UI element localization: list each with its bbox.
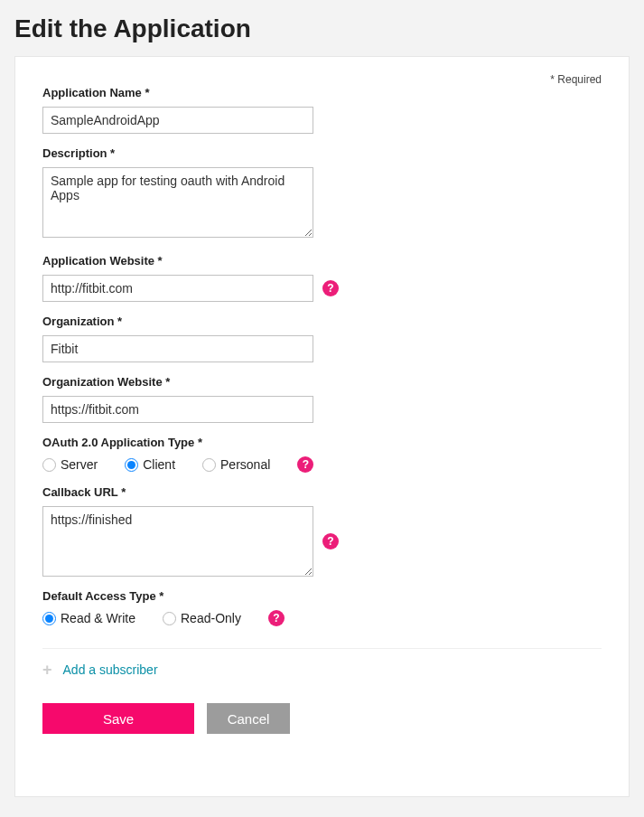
- radio-item-client[interactable]: Client: [125, 457, 175, 472]
- add-subscriber-link[interactable]: Add a subscriber: [63, 662, 158, 677]
- field-description: Description * Sample app for testing oau…: [42, 146, 602, 241]
- input-organization[interactable]: [42, 335, 313, 362]
- label-organization-website: Organization Website *: [42, 375, 602, 389]
- input-application-name[interactable]: [42, 107, 313, 134]
- label-organization: Organization *: [42, 315, 602, 328]
- radio-item-server[interactable]: Server: [42, 457, 98, 472]
- help-icon[interactable]: ?: [268, 610, 285, 626]
- radio-label-ro: Read-Only: [181, 611, 241, 625]
- save-button[interactable]: Save: [42, 703, 194, 734]
- radio-read-write[interactable]: [42, 612, 56, 625]
- field-application-website: Application Website * ?: [42, 254, 602, 302]
- required-note: * Required: [550, 73, 602, 86]
- radio-label-server: Server: [61, 457, 98, 472]
- field-callback-url: Callback URL * https://finished ?: [42, 485, 602, 577]
- cancel-button[interactable]: Cancel: [207, 703, 290, 734]
- radio-read-only[interactable]: [163, 612, 176, 625]
- form-card: * Required Application Name * Descriptio…: [14, 56, 630, 797]
- radio-item-personal[interactable]: Personal: [202, 457, 270, 472]
- field-access-type: Default Access Type * Read & Write Read-…: [42, 589, 602, 626]
- label-application-website: Application Website *: [42, 254, 602, 268]
- input-description[interactable]: Sample app for testing oauth with Androi…: [42, 167, 313, 238]
- input-organization-website[interactable]: [42, 396, 313, 423]
- plus-icon: +: [42, 662, 52, 678]
- help-icon[interactable]: ?: [322, 280, 339, 296]
- field-oauth-type: OAuth 2.0 Application Type * Server Clie…: [42, 436, 602, 473]
- input-callback-url[interactable]: https://finished: [42, 506, 313, 577]
- radio-label-client: Client: [143, 457, 175, 472]
- help-icon[interactable]: ?: [322, 533, 339, 549]
- page-title: Edit the Application: [14, 14, 630, 43]
- radio-label-personal: Personal: [220, 457, 270, 472]
- label-access-type: Default Access Type *: [42, 589, 602, 603]
- field-application-name: Application Name *: [42, 86, 602, 134]
- field-organization-website: Organization Website *: [42, 375, 602, 423]
- radio-item-rw[interactable]: Read & Write: [42, 611, 135, 625]
- button-row: Save Cancel: [42, 703, 602, 734]
- field-organization: Organization *: [42, 315, 602, 362]
- radio-server[interactable]: [42, 458, 56, 472]
- label-description: Description *: [42, 146, 602, 160]
- radio-label-rw: Read & Write: [61, 611, 135, 625]
- label-callback-url: Callback URL *: [42, 485, 602, 499]
- radio-personal[interactable]: [202, 458, 216, 472]
- add-subscriber-row: + Add a subscriber: [42, 648, 602, 690]
- help-icon[interactable]: ?: [297, 456, 313, 473]
- input-application-website[interactable]: [42, 275, 313, 302]
- radio-item-ro[interactable]: Read-Only: [163, 611, 241, 625]
- radio-client[interactable]: [125, 458, 138, 472]
- label-oauth-type: OAuth 2.0 Application Type *: [42, 436, 602, 449]
- label-application-name: Application Name *: [42, 86, 602, 99]
